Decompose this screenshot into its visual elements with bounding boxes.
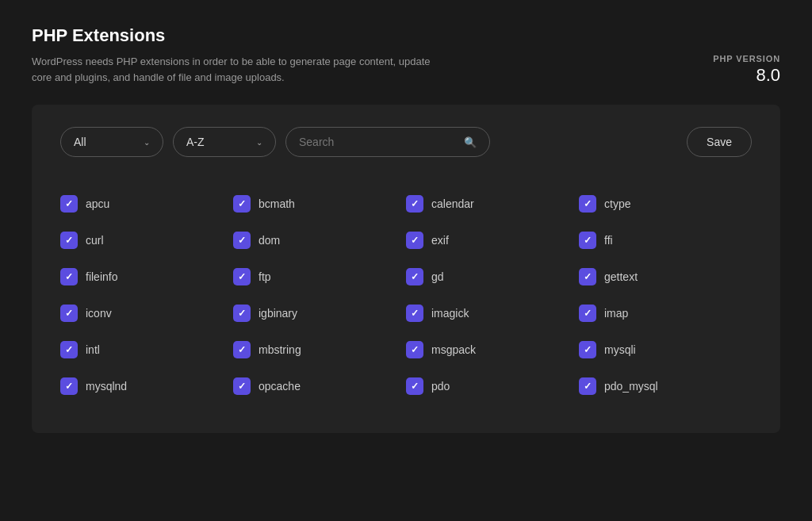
checkbox-icon[interactable] bbox=[406, 232, 423, 249]
header-section: PHP Extensions WordPress needs PHP exten… bbox=[32, 25, 780, 86]
list-item[interactable]: curl bbox=[60, 222, 233, 259]
checkbox-icon[interactable] bbox=[60, 305, 78, 322]
extension-name: pdo_mysql bbox=[604, 380, 658, 393]
checkbox-icon[interactable] bbox=[60, 232, 78, 249]
extension-name: curl bbox=[86, 234, 104, 247]
list-item[interactable]: intl bbox=[60, 331, 233, 368]
extension-name: mysqlnd bbox=[86, 380, 127, 393]
list-item[interactable]: iconv bbox=[60, 295, 233, 331]
list-item[interactable]: imagick bbox=[406, 295, 579, 331]
extension-name: iconv bbox=[86, 307, 112, 320]
extension-name: msgpack bbox=[431, 343, 476, 356]
checkbox-icon[interactable] bbox=[406, 305, 423, 322]
list-item[interactable]: opcache bbox=[233, 368, 406, 404]
sort-dropdown[interactable]: A-Z ⌄ bbox=[173, 127, 276, 157]
description: WordPress needs PHP extensions in order … bbox=[32, 54, 444, 85]
extension-name: pdo bbox=[431, 380, 450, 393]
sort-dropdown-arrow-icon: ⌄ bbox=[256, 138, 262, 147]
extension-name: ffi bbox=[604, 234, 613, 247]
checkbox-icon[interactable] bbox=[233, 341, 251, 358]
sort-dropdown-label: A-Z bbox=[186, 136, 205, 148]
extension-name: bcmath bbox=[259, 197, 295, 210]
extension-name: gettext bbox=[604, 270, 638, 283]
checkbox-icon[interactable] bbox=[406, 377, 423, 395]
checkbox-icon[interactable] bbox=[579, 341, 596, 358]
checkbox-icon[interactable] bbox=[579, 377, 596, 395]
checkbox-icon[interactable] bbox=[406, 268, 423, 285]
php-version-value: 8.0 bbox=[713, 65, 780, 86]
search-icon: 🔍 bbox=[464, 136, 477, 148]
list-item[interactable]: pdo bbox=[406, 368, 579, 404]
list-item[interactable]: pdo_mysql bbox=[579, 368, 752, 404]
checkbox-icon[interactable] bbox=[233, 268, 251, 285]
filter-dropdown[interactable]: All ⌄ bbox=[60, 127, 163, 157]
extension-name: ftp bbox=[259, 270, 271, 283]
list-item[interactable]: ftp bbox=[233, 259, 406, 295]
filter-dropdown-arrow-icon: ⌄ bbox=[144, 138, 150, 147]
extension-name: apcu bbox=[86, 197, 109, 210]
extensions-grid: apcubcmathcalendarctypecurldomexifffifil… bbox=[60, 186, 752, 404]
extension-name: igbinary bbox=[259, 307, 297, 320]
extension-name: imagick bbox=[431, 307, 469, 320]
checkbox-icon[interactable] bbox=[579, 268, 596, 285]
content-panel: All ⌄ A-Z ⌄ 🔍 Save apcubcmathcalendarcty… bbox=[32, 105, 780, 433]
filter-dropdown-label: All bbox=[74, 136, 86, 148]
php-version-label: PHP VERSION bbox=[713, 54, 780, 63]
list-item[interactable]: ctype bbox=[579, 186, 752, 222]
list-item[interactable]: bcmath bbox=[233, 186, 406, 222]
page-wrapper: PHP Extensions WordPress needs PHP exten… bbox=[0, 0, 812, 458]
checkbox-icon[interactable] bbox=[579, 305, 596, 322]
list-item[interactable]: mbstring bbox=[233, 331, 406, 368]
checkbox-icon[interactable] bbox=[233, 232, 251, 249]
search-input[interactable] bbox=[299, 136, 458, 148]
checkbox-icon[interactable] bbox=[579, 232, 596, 249]
checkbox-icon[interactable] bbox=[233, 305, 251, 322]
search-input-wrapper[interactable]: 🔍 bbox=[285, 127, 490, 157]
list-item[interactable]: mysqli bbox=[579, 331, 752, 368]
extension-name: calendar bbox=[431, 197, 474, 210]
extension-name: fileinfo bbox=[86, 270, 117, 283]
list-item[interactable]: dom bbox=[233, 222, 406, 259]
list-item[interactable]: gettext bbox=[579, 259, 752, 295]
checkbox-icon[interactable] bbox=[579, 195, 596, 213]
list-item[interactable]: exif bbox=[406, 222, 579, 259]
list-item[interactable]: fileinfo bbox=[60, 259, 233, 295]
page-title: PHP Extensions bbox=[32, 25, 780, 46]
header-row: WordPress needs PHP extensions in order … bbox=[32, 54, 780, 86]
extension-name: imap bbox=[604, 307, 628, 320]
checkbox-icon[interactable] bbox=[60, 341, 78, 358]
php-version-block: PHP VERSION 8.0 bbox=[713, 54, 780, 86]
extension-name: ctype bbox=[604, 197, 630, 210]
extension-name: gd bbox=[431, 270, 444, 283]
controls-row: All ⌄ A-Z ⌄ 🔍 Save bbox=[60, 127, 752, 157]
checkbox-icon[interactable] bbox=[233, 195, 251, 213]
save-button[interactable]: Save bbox=[687, 127, 752, 157]
list-item[interactable]: msgpack bbox=[406, 331, 579, 368]
list-item[interactable]: calendar bbox=[406, 186, 579, 222]
list-item[interactable]: apcu bbox=[60, 186, 233, 222]
list-item[interactable]: ffi bbox=[579, 222, 752, 259]
checkbox-icon[interactable] bbox=[60, 268, 78, 285]
extension-name: intl bbox=[86, 343, 100, 356]
list-item[interactable]: igbinary bbox=[233, 295, 406, 331]
checkbox-icon[interactable] bbox=[406, 195, 423, 213]
extension-name: exif bbox=[431, 234, 449, 247]
extension-name: dom bbox=[259, 234, 280, 247]
checkbox-icon[interactable] bbox=[233, 377, 251, 395]
list-item[interactable]: imap bbox=[579, 295, 752, 331]
checkbox-icon[interactable] bbox=[60, 377, 78, 395]
extension-name: mbstring bbox=[259, 343, 301, 356]
checkbox-icon[interactable] bbox=[406, 341, 423, 358]
list-item[interactable]: gd bbox=[406, 259, 579, 295]
extension-name: mysqli bbox=[604, 343, 636, 356]
extension-name: opcache bbox=[259, 380, 301, 393]
checkbox-icon[interactable] bbox=[60, 195, 78, 213]
list-item[interactable]: mysqlnd bbox=[60, 368, 233, 404]
